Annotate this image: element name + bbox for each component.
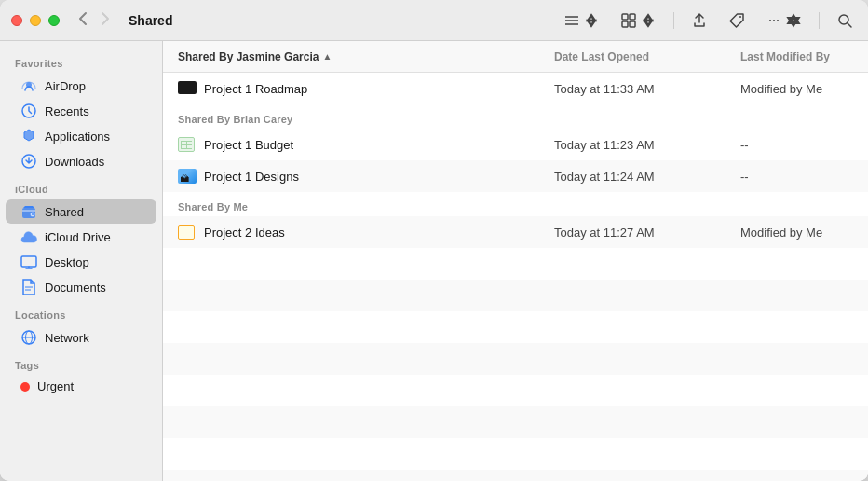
applications-label: Applications bbox=[45, 130, 110, 144]
documents-label: Documents bbox=[45, 281, 106, 295]
file-modifier-cell: Modified by Me bbox=[740, 82, 868, 96]
locations-label: Locations bbox=[0, 300, 162, 324]
forward-button[interactable] bbox=[97, 9, 114, 31]
table-row[interactable]: Project 1 Designs Today at 11:24 AM -- bbox=[163, 160, 868, 192]
table-row[interactable]: Project 1 Budget Today at 11:23 AM -- bbox=[163, 129, 868, 160]
navigation-buttons bbox=[75, 9, 114, 31]
sidebar-item-recents[interactable]: Recents bbox=[6, 99, 156, 123]
share-button[interactable] bbox=[687, 10, 712, 31]
name-column-header[interactable]: Shared By Jasmine Garcia ▲ bbox=[163, 50, 554, 63]
group-header-me: Shared By Me bbox=[163, 192, 868, 216]
group-header-brian: Shared By Brian Carey bbox=[163, 104, 868, 129]
file-name-cell: Project 1 Roadmap bbox=[163, 81, 554, 96]
desktop-label: Desktop bbox=[45, 255, 89, 269]
tags-label: Tags bbox=[0, 350, 162, 375]
traffic-lights bbox=[11, 15, 60, 26]
downloads-label: Downloads bbox=[45, 155, 104, 169]
file-name-cell: Project 1 Budget bbox=[163, 137, 554, 152]
recents-label: Recents bbox=[45, 104, 89, 118]
file-name-cell: Project 1 Designs bbox=[163, 169, 554, 184]
desktop-icon bbox=[20, 254, 37, 270]
finder-window: Shared bbox=[0, 0, 868, 481]
network-label: Network bbox=[45, 331, 89, 345]
date-column-header[interactable]: Date Last Opened bbox=[554, 50, 740, 63]
downloads-icon bbox=[20, 153, 37, 170]
airdrop-label: AirDrop bbox=[45, 79, 86, 93]
file-date-cell: Today at 11:33 AM bbox=[554, 82, 740, 96]
file-icon-spreadsheet bbox=[178, 137, 197, 152]
sidebar-item-airdrop[interactable]: AirDrop bbox=[6, 74, 156, 98]
sidebar-item-shared[interactable]: Shared bbox=[6, 199, 156, 224]
file-icon-note bbox=[178, 225, 197, 240]
sidebar-item-urgent[interactable]: Urgent bbox=[6, 376, 156, 397]
svg-point-7 bbox=[739, 16, 741, 18]
sidebar-item-icloud-drive[interactable]: iCloud Drive bbox=[6, 225, 156, 249]
table-row[interactable]: Project 2 Ideas Today at 11:27 AM Modifi… bbox=[163, 216, 868, 248]
file-modifier-cell: -- bbox=[740, 138, 868, 152]
svg-point-9 bbox=[773, 20, 775, 21]
file-icon-dark bbox=[178, 81, 197, 96]
sidebar-item-downloads[interactable]: Downloads bbox=[6, 149, 156, 173]
applications-icon bbox=[20, 128, 37, 144]
urgent-tag-dot bbox=[20, 382, 30, 392]
tag-button[interactable] bbox=[725, 10, 749, 31]
sidebar-item-network[interactable]: Network bbox=[6, 325, 156, 350]
file-list-area: Shared By Jasmine Garcia ▲ Date Last Ope… bbox=[163, 41, 868, 481]
more-button[interactable] bbox=[762, 10, 806, 31]
svg-rect-3 bbox=[622, 14, 628, 20]
file-modifier-cell: -- bbox=[740, 170, 868, 184]
shared-label: Shared bbox=[45, 205, 84, 219]
sidebar: Favorites AirDrop bbox=[0, 41, 163, 481]
empty-row bbox=[163, 343, 868, 375]
favorites-label: Favorites bbox=[0, 48, 162, 73]
empty-row bbox=[163, 248, 868, 280]
sidebar-item-documents[interactable]: Documents bbox=[6, 275, 156, 299]
svg-rect-17 bbox=[21, 256, 36, 267]
file-list: Project 1 Roadmap Today at 11:33 AM Modi… bbox=[163, 73, 868, 481]
documents-icon bbox=[20, 279, 37, 295]
close-button[interactable] bbox=[11, 15, 22, 26]
sidebar-item-applications[interactable]: Applications bbox=[6, 124, 156, 148]
maximize-button[interactable] bbox=[48, 15, 60, 26]
svg-line-12 bbox=[848, 23, 851, 27]
column-headers: Shared By Jasmine Garcia ▲ Date Last Ope… bbox=[163, 41, 868, 73]
list-view-button[interactable] bbox=[560, 10, 604, 31]
back-button[interactable] bbox=[75, 9, 91, 31]
empty-row bbox=[163, 470, 868, 481]
toolbar-actions bbox=[560, 10, 857, 31]
content-area: Favorites AirDrop bbox=[0, 41, 868, 481]
empty-row bbox=[163, 438, 868, 470]
file-modifier-cell: Modified by Me bbox=[740, 226, 868, 240]
svg-rect-4 bbox=[630, 14, 635, 20]
file-date-cell: Today at 11:24 AM bbox=[554, 170, 740, 184]
file-icon-image bbox=[178, 169, 197, 184]
search-button[interactable] bbox=[833, 10, 857, 31]
icloud-drive-label: iCloud Drive bbox=[45, 230, 111, 244]
file-date-cell: Today at 11:23 AM bbox=[554, 138, 740, 152]
svg-point-10 bbox=[777, 20, 779, 21]
file-date-cell: Today at 11:27 AM bbox=[554, 226, 740, 240]
shared-icon bbox=[20, 203, 37, 220]
grid-view-button[interactable] bbox=[617, 10, 660, 31]
network-icon bbox=[20, 329, 37, 346]
empty-row bbox=[163, 311, 868, 343]
empty-row bbox=[163, 375, 868, 406]
icloud-label: iCloud bbox=[0, 174, 162, 199]
recents-icon bbox=[20, 103, 37, 119]
window-title: Shared bbox=[129, 13, 172, 28]
modifier-column-header[interactable]: Last Modified By bbox=[740, 50, 868, 63]
minimize-button[interactable] bbox=[30, 15, 41, 26]
toolbar-separator-2 bbox=[819, 12, 820, 29]
toolbar-separator bbox=[673, 12, 674, 29]
svg-point-8 bbox=[769, 20, 771, 21]
titlebar: Shared bbox=[0, 0, 868, 41]
urgent-label: Urgent bbox=[37, 379, 74, 393]
empty-row bbox=[163, 406, 868, 438]
empty-row bbox=[163, 280, 868, 311]
file-name-cell: Project 2 Ideas bbox=[163, 225, 554, 240]
svg-rect-6 bbox=[630, 21, 635, 27]
sidebar-item-desktop[interactable]: Desktop bbox=[6, 250, 156, 274]
svg-rect-5 bbox=[622, 21, 628, 27]
table-row[interactable]: Project 1 Roadmap Today at 11:33 AM Modi… bbox=[163, 73, 868, 104]
airdrop-icon bbox=[20, 77, 37, 94]
